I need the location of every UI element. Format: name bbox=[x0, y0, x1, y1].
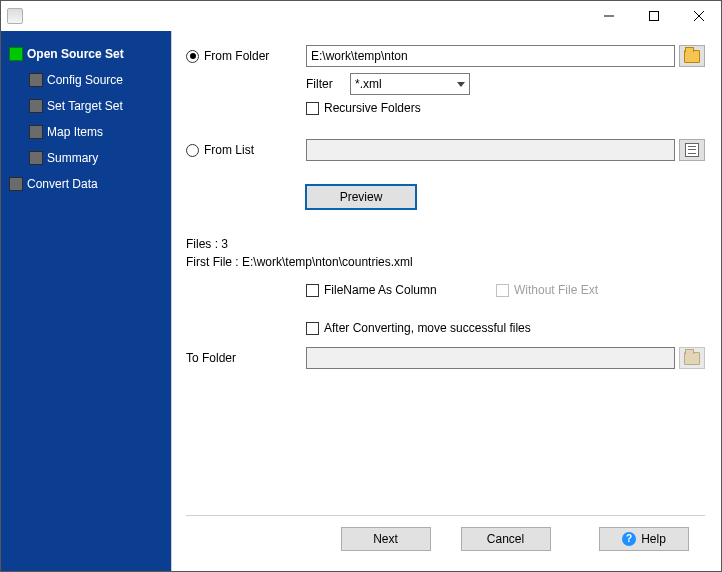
filter-select[interactable]: *.xml bbox=[350, 73, 470, 95]
step-marker-icon bbox=[29, 125, 43, 139]
folder-icon bbox=[684, 50, 700, 63]
filename-as-column-label[interactable]: FileName As Column bbox=[306, 283, 496, 297]
files-count: Files : 3 bbox=[186, 237, 705, 251]
sidebar-item-map-items[interactable]: Map Items bbox=[1, 119, 171, 145]
close-icon bbox=[694, 11, 704, 21]
minimize-button[interactable] bbox=[586, 2, 631, 31]
first-file: First File : E:\work\temp\nton\countries… bbox=[186, 255, 705, 269]
sidebar-item-label: Summary bbox=[47, 151, 98, 165]
filename-as-column-text: FileName As Column bbox=[324, 283, 437, 297]
from-folder-radio[interactable] bbox=[186, 50, 199, 63]
maximize-button[interactable] bbox=[631, 2, 676, 31]
maximize-icon bbox=[649, 11, 659, 21]
sidebar-item-label: Config Source bbox=[47, 73, 123, 87]
list-icon bbox=[685, 143, 699, 157]
filename-as-column-checkbox[interactable] bbox=[306, 284, 319, 297]
from-folder-input[interactable] bbox=[306, 45, 675, 67]
recursive-row: Recursive Folders bbox=[186, 101, 705, 115]
from-list-row: From List bbox=[186, 139, 705, 161]
from-list-label: From List bbox=[204, 143, 254, 157]
cancel-button-label: Cancel bbox=[487, 532, 524, 546]
help-icon: ? bbox=[622, 532, 636, 546]
help-button[interactable]: ? Help bbox=[599, 527, 689, 551]
browse-folder-button[interactable] bbox=[679, 45, 705, 67]
sidebar-item-summary[interactable]: Summary bbox=[1, 145, 171, 171]
step-marker-icon bbox=[29, 73, 43, 87]
browse-to-folder-button bbox=[679, 347, 705, 369]
preview-button-label: Preview bbox=[340, 190, 383, 204]
chevron-down-icon bbox=[457, 82, 465, 87]
form: From Folder Filter *.xml bbox=[186, 45, 705, 375]
window-buttons bbox=[586, 2, 721, 31]
sidebar-item-label: Set Target Set bbox=[47, 99, 123, 113]
from-folder-label-group: From Folder bbox=[186, 49, 306, 63]
sidebar-item-config-source[interactable]: Config Source bbox=[1, 67, 171, 93]
filter-value: *.xml bbox=[355, 77, 382, 91]
app-icon bbox=[7, 8, 23, 24]
filter-label: Filter bbox=[306, 77, 350, 91]
to-folder-label-group: To Folder bbox=[186, 351, 306, 365]
sidebar-item-label: Open Source Set bbox=[27, 47, 124, 61]
step-marker-icon bbox=[29, 151, 43, 165]
filter-row: Filter *.xml bbox=[186, 73, 705, 95]
from-folder-label: From Folder bbox=[204, 49, 269, 63]
titlebar bbox=[1, 1, 721, 31]
footer: Next Cancel ? Help bbox=[186, 515, 705, 561]
preview-button[interactable]: Preview bbox=[306, 185, 416, 209]
from-list-radio[interactable] bbox=[186, 144, 199, 157]
without-ext-text: Without File Ext bbox=[514, 283, 598, 297]
sidebar-item-label: Convert Data bbox=[27, 177, 98, 191]
body: Open Source Set Config Source Set Target… bbox=[1, 31, 721, 571]
folder-icon bbox=[684, 352, 700, 365]
help-button-label: Help bbox=[641, 532, 666, 546]
sidebar: Open Source Set Config Source Set Target… bbox=[1, 31, 171, 571]
step-marker-icon bbox=[9, 177, 23, 191]
sidebar-item-convert-data[interactable]: Convert Data bbox=[1, 171, 171, 197]
after-convert-checkbox[interactable] bbox=[306, 322, 319, 335]
step-marker-icon bbox=[29, 99, 43, 113]
recursive-checkbox-label[interactable]: Recursive Folders bbox=[306, 101, 421, 115]
to-folder-label: To Folder bbox=[186, 351, 236, 365]
cancel-button[interactable]: Cancel bbox=[461, 527, 551, 551]
step-marker-icon bbox=[9, 47, 23, 61]
without-ext-label: Without File Ext bbox=[496, 283, 598, 297]
from-list-input[interactable] bbox=[306, 139, 675, 161]
browse-list-button[interactable] bbox=[679, 139, 705, 161]
next-button[interactable]: Next bbox=[341, 527, 431, 551]
after-convert-label[interactable]: After Converting, move successful files bbox=[306, 321, 531, 335]
to-folder-input bbox=[306, 347, 675, 369]
content-panel: From Folder Filter *.xml bbox=[171, 31, 721, 571]
preview-row: Preview bbox=[186, 185, 705, 209]
close-button[interactable] bbox=[676, 2, 721, 31]
from-list-label-group: From List bbox=[186, 143, 306, 157]
svg-rect-1 bbox=[649, 12, 658, 21]
next-button-label: Next bbox=[373, 532, 398, 546]
after-convert-text: After Converting, move successful files bbox=[324, 321, 531, 335]
wizard-window: Open Source Set Config Source Set Target… bbox=[0, 0, 722, 572]
from-folder-row: From Folder bbox=[186, 45, 705, 67]
to-folder-row: To Folder bbox=[186, 347, 705, 369]
sidebar-item-set-target-set[interactable]: Set Target Set bbox=[1, 93, 171, 119]
sidebar-item-label: Map Items bbox=[47, 125, 103, 139]
recursive-checkbox[interactable] bbox=[306, 102, 319, 115]
recursive-text: Recursive Folders bbox=[324, 101, 421, 115]
without-ext-checkbox bbox=[496, 284, 509, 297]
after-convert-row: After Converting, move successful files bbox=[186, 321, 705, 335]
minimize-icon bbox=[604, 11, 614, 21]
filename-column-row: FileName As Column Without File Ext bbox=[186, 283, 705, 297]
sidebar-item-open-source-set[interactable]: Open Source Set bbox=[1, 41, 171, 67]
